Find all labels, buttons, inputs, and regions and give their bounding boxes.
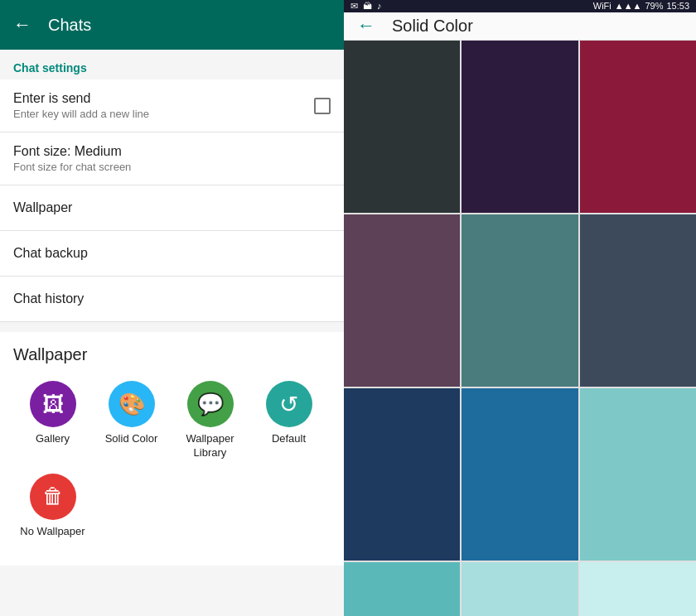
- default-icon: ↺: [279, 391, 298, 418]
- right-header: ← Solid Color: [344, 12, 696, 41]
- gallery-option[interactable]: 🖼 Gallery: [13, 381, 92, 460]
- music-icon: ♪: [377, 1, 382, 11]
- wallpaper-library-option[interactable]: 💬 WallpaperLibrary: [171, 381, 249, 460]
- no-wallpaper-option[interactable]: 🗑 No Wallpaper: [13, 474, 92, 539]
- wallpaper-library-icon: 💬: [197, 392, 224, 417]
- wallpaper-section-title: Wallpaper: [13, 345, 331, 364]
- color-cell-8[interactable]: [580, 388, 696, 561]
- font-size-text: Font size: Medium Font size for chat scr…: [13, 144, 131, 173]
- font-size-item[interactable]: Font size: Medium Font size for chat scr…: [0, 132, 344, 185]
- wallpaper-section: Wallpaper 🖼 Gallery 🎨 Solid Color 💬 Wall…: [0, 332, 344, 565]
- enter-is-send-subtitle: Enter key will add a new line: [13, 108, 149, 120]
- solid-color-icon: 🎨: [118, 392, 145, 417]
- status-right-info: WiFi ▲▲▲ 79% 15:53: [593, 1, 689, 11]
- color-cell-2[interactable]: [580, 41, 696, 213]
- solid-color-label: Solid Color: [105, 432, 158, 446]
- enter-is-send-text: Enter is send Enter key will add a new l…: [13, 91, 149, 120]
- wallpaper-options-container: 🖼 Gallery 🎨 Solid Color 💬 WallpaperLibra…: [13, 381, 331, 552]
- color-cell-10[interactable]: [462, 562, 578, 616]
- no-wallpaper-label: No Wallpaper: [20, 525, 85, 539]
- font-size-subtitle: Font size for chat screen: [13, 161, 131, 173]
- color-cell-0[interactable]: [344, 41, 460, 213]
- default-label: Default: [272, 432, 306, 446]
- time-text: 15:53: [666, 1, 689, 11]
- wallpaper-library-icon-circle: 💬: [187, 381, 234, 427]
- photo-icon: 🏔: [363, 1, 372, 11]
- no-wallpaper-icon: 🗑: [42, 484, 64, 509]
- color-cell-5[interactable]: [580, 214, 696, 387]
- enter-is-send-checkbox[interactable]: [314, 98, 331, 114]
- battery-text: 79%: [645, 1, 663, 11]
- envelope-icon: ✉: [350, 1, 358, 12]
- color-cell-7[interactable]: [462, 388, 578, 561]
- color-cell-11[interactable]: [580, 562, 696, 616]
- enter-is-send-title: Enter is send: [13, 91, 149, 106]
- wallpaper-library-label: WallpaperLibrary: [186, 432, 234, 460]
- color-grid: [344, 41, 696, 616]
- status-bar: ✉ 🏔 ♪ WiFi ▲▲▲ 79% 15:53: [344, 0, 696, 12]
- solid-color-option[interactable]: 🎨 Solid Color: [92, 381, 171, 460]
- right-back-button[interactable]: ←: [357, 15, 375, 36]
- color-cell-4[interactable]: [462, 214, 578, 387]
- solid-color-icon-circle: 🎨: [109, 381, 155, 427]
- back-button[interactable]: ←: [13, 14, 31, 36]
- signal-icon: ▲▲▲: [615, 1, 642, 11]
- color-cell-6[interactable]: [344, 388, 460, 561]
- wallpaper-item[interactable]: Wallpaper: [0, 185, 344, 231]
- chat-settings-label: Chat settings: [0, 50, 344, 79]
- gallery-icon: 🖼: [42, 392, 64, 417]
- default-icon-circle: ↺: [266, 381, 312, 427]
- enter-is-send-item[interactable]: Enter is send Enter key will add a new l…: [0, 79, 344, 132]
- gallery-label: Gallery: [36, 432, 70, 446]
- chat-history-item[interactable]: Chat history: [0, 277, 344, 322]
- right-panel: ✉ 🏔 ♪ WiFi ▲▲▲ 79% 15:53 ← Solid Color: [344, 0, 696, 616]
- color-cell-9[interactable]: [344, 562, 460, 616]
- chats-title: Chats: [48, 16, 91, 35]
- solid-color-title: Solid Color: [392, 17, 473, 36]
- color-cell-1[interactable]: [462, 41, 578, 213]
- wifi-icon: WiFi: [593, 1, 611, 11]
- default-option[interactable]: ↺ Default: [249, 381, 328, 460]
- left-panel: ← Chats Chat settings Enter is send Ente…: [0, 0, 344, 616]
- color-cell-3[interactable]: [344, 214, 460, 387]
- gallery-icon-circle: 🖼: [30, 381, 76, 427]
- status-left-icons: ✉ 🏔 ♪: [350, 1, 382, 12]
- font-size-title: Font size: Medium: [13, 144, 131, 159]
- no-wallpaper-icon-circle: 🗑: [30, 474, 76, 520]
- left-header: ← Chats: [0, 0, 344, 50]
- chat-backup-item[interactable]: Chat backup: [0, 231, 344, 277]
